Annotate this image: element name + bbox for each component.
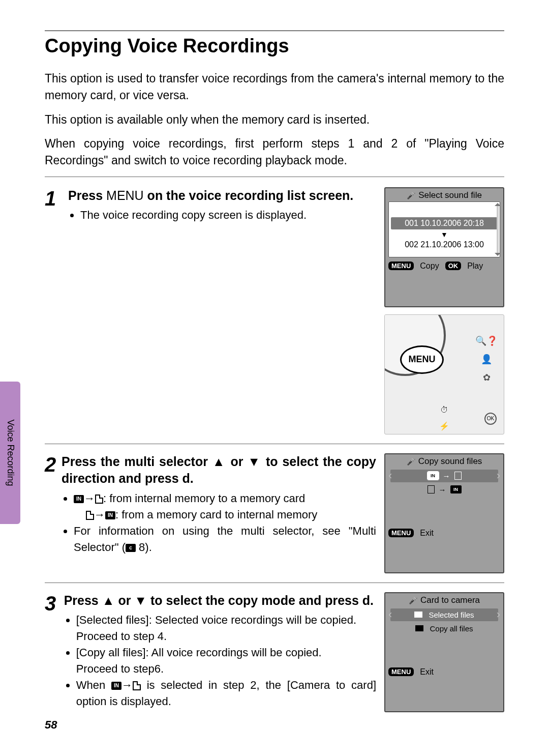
- step-1: 1 Press MENU on the voice recording list…: [45, 187, 504, 434]
- section-rule-1: [45, 177, 504, 177]
- zoom-icon: 🔍❓: [475, 335, 498, 346]
- intro-3: When copying voice recordings, first per…: [45, 135, 504, 169]
- intro-2: This option is available only when the m…: [45, 111, 504, 128]
- internal-memory-icon: IN: [74, 495, 84, 503]
- step-1-title: Press MENU on the voice recording list s…: [68, 187, 376, 205]
- page-ref-icon: c: [126, 544, 136, 552]
- direction-card-to-in: → IN: [388, 483, 500, 496]
- intro-1: This option is used to transfer voice re…: [45, 70, 504, 104]
- menu-pill: MENU: [388, 261, 414, 270]
- screen-copy-sound-files: Copy sound files IN → → IN MENU: [384, 453, 504, 573]
- scrollbar-icon: [497, 204, 499, 255]
- section-rule-2: [45, 444, 504, 444]
- file-row-2: 002 21.10.2006 13:00: [389, 239, 500, 251]
- portrait-icon: 👤: [481, 354, 492, 365]
- step-3: 3 Press ▲ or ▼ to select the copy mode a…: [45, 592, 504, 712]
- down-arrow-icon: ▼: [389, 230, 500, 239]
- step-3-title: Press ▲ or ▼ to select the copy mode and…: [64, 592, 376, 609]
- top-rule: [45, 31, 504, 31]
- files-icon: [415, 625, 423, 631]
- screen-select-sound-file: Select sound file 001 10.10.2006 20:18 ▼…: [384, 187, 504, 307]
- memory-card-icon: [428, 485, 435, 493]
- timer-icon: ⏱: [440, 405, 448, 415]
- flash-icon: ⚡: [439, 421, 449, 431]
- memory-card-icon: [95, 495, 103, 504]
- side-tab-label: Voice Recording: [5, 419, 16, 486]
- step-2-title: Press the multi selector ▲ or ▼ to selec…: [62, 453, 376, 488]
- mic-icon: [409, 595, 417, 605]
- step-3-bullet-2: [Copy all files]: All voice recordings w…: [76, 645, 376, 677]
- direction-in-to-card: IN →: [390, 470, 498, 482]
- memory-card-icon: [86, 511, 94, 520]
- ok-pill: OK: [445, 261, 462, 270]
- section-rule-3: [45, 583, 504, 583]
- menu-pill: MENU: [388, 529, 414, 537]
- step-3-bullet-3: When IN→ is selected in step 2, the [Cam…: [76, 677, 376, 710]
- menu-button-callout: MENU: [400, 345, 444, 374]
- files-icon: [414, 612, 422, 618]
- menu-glyph: MENU: [106, 188, 144, 202]
- macro-icon: ✿: [483, 372, 491, 383]
- step-2-bullet-2: For information on using the multi selec…: [74, 523, 376, 556]
- step-2-number: 2: [45, 453, 62, 475]
- option-copy-all-files: Copy all files: [388, 622, 500, 635]
- mic-icon: [407, 190, 415, 200]
- camera-illustration: MENU 🔍❓ 👤 ✿ OK ⚡ ⏱: [384, 314, 504, 434]
- step-2: 2 Press the multi selector ▲ or ▼ to sel…: [45, 453, 504, 573]
- step-1-bullet-1: The voice recording copy screen is displ…: [80, 207, 376, 223]
- ok-button-icon: OK: [484, 413, 497, 425]
- page-number: 58: [45, 718, 57, 732]
- memory-card-icon: [454, 472, 462, 480]
- internal-memory-icon: IN: [111, 682, 121, 690]
- page-title: Copying Voice Recordings: [45, 35, 504, 57]
- option-selected-files: Selected files: [390, 608, 498, 621]
- menu-pill: MENU: [388, 667, 414, 676]
- step-2-bullet-1: IN→: from internal memory to a memory ca…: [74, 490, 376, 523]
- screen-card-to-camera: Card to camera Selected files Copy all f…: [384, 592, 504, 712]
- step-1-number: 1: [45, 187, 68, 209]
- file-row-1: 001 10.10.2006 20:18: [391, 217, 498, 229]
- mic-icon: [407, 456, 415, 467]
- step-3-bullet-1: [Selected files]: Selected voice recordi…: [76, 612, 376, 645]
- internal-memory-icon: IN: [105, 511, 115, 519]
- side-tab: Voice Recording: [0, 382, 20, 524]
- step-3-number: 3: [45, 592, 64, 614]
- memory-card-icon: [133, 681, 141, 690]
